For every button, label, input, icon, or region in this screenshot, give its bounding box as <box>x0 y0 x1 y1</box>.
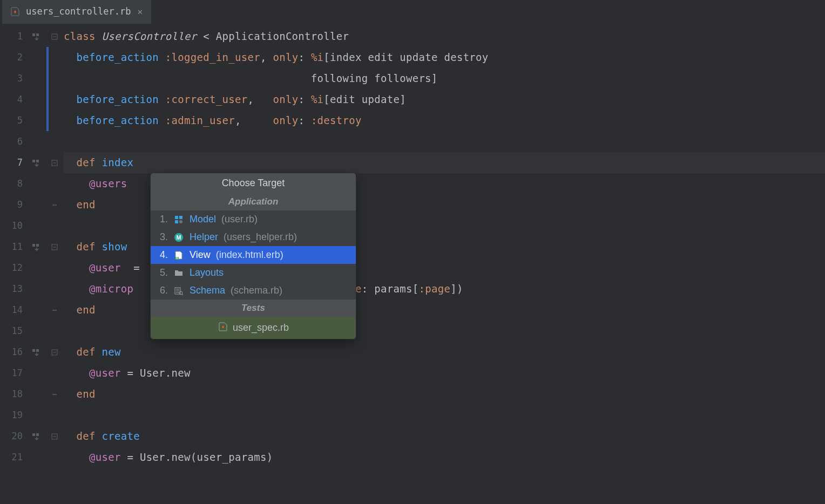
fold-column <box>49 24 60 504</box>
popup-title: Choose Target <box>151 173 356 193</box>
gutter-marker <box>27 110 46 131</box>
code-line[interactable] <box>64 131 825 152</box>
line-number[interactable]: 6 <box>0 131 27 152</box>
code-line[interactable]: following followers] <box>64 68 825 89</box>
code-line[interactable]: before_action :admin_user, only: :destro… <box>64 110 825 131</box>
svg-rect-9 <box>36 433 39 436</box>
popup-section-application: Application <box>151 193 356 210</box>
fold-toggle <box>49 68 60 89</box>
line-number[interactable]: 9 <box>0 194 27 215</box>
fold-toggle[interactable] <box>49 152 60 173</box>
gutter-marker[interactable] <box>27 426 46 447</box>
svg-rect-15 <box>175 216 178 219</box>
fold-toggle[interactable] <box>49 236 60 257</box>
line-number[interactable]: 2 <box>0 47 27 68</box>
popup-item-view[interactable]: 4.RView (index.html.erb) <box>151 246 356 264</box>
gutter-marker[interactable] <box>27 342 46 363</box>
gutter-marker <box>27 47 46 68</box>
line-number[interactable]: 5 <box>0 110 27 131</box>
popup-item-layouts[interactable]: 5.Layouts <box>151 264 356 282</box>
line-number[interactable]: 21 <box>0 447 27 468</box>
line-number[interactable]: 15 <box>0 321 27 342</box>
line-number[interactable]: 4 <box>0 89 27 110</box>
code-line[interactable]: def create <box>64 426 825 447</box>
code-line[interactable] <box>64 405 825 426</box>
gutter-marker <box>27 278 46 299</box>
svg-rect-0 <box>32 33 35 36</box>
svg-rect-4 <box>32 244 35 247</box>
popup-item-number: 1. <box>157 214 168 225</box>
tab-bar: users_controller.rb ✕ <box>0 0 825 24</box>
gutter-marker[interactable] <box>27 26 46 47</box>
fold-toggle[interactable] <box>49 426 60 447</box>
popup-item-helper[interactable]: 3.MHelper (users_helper.rb) <box>151 228 356 246</box>
fold-toggle[interactable] <box>49 194 60 215</box>
gutter-marker[interactable] <box>27 236 46 257</box>
line-number[interactable]: 3 <box>0 68 27 89</box>
ruby-spec-icon <box>218 321 228 335</box>
line-number[interactable]: 18 <box>0 384 27 405</box>
fold-toggle[interactable] <box>49 26 60 47</box>
line-number[interactable]: 11 <box>0 236 27 257</box>
popup-item-schema[interactable]: 6.Schema (schema.rb) <box>151 282 356 299</box>
line-number[interactable]: 19 <box>0 405 27 426</box>
line-number[interactable]: 10 <box>0 215 27 236</box>
popup-item-hint: (index.html.erb) <box>216 249 283 261</box>
line-number[interactable]: 12 <box>0 257 27 278</box>
gutter-marker <box>27 194 46 215</box>
line-number[interactable]: 8 <box>0 173 27 194</box>
fold-toggle <box>49 173 60 194</box>
popup-item-number: 3. <box>157 231 168 243</box>
popup-item-number: 4. <box>157 249 168 261</box>
fold-toggle <box>49 278 60 299</box>
close-tab-icon[interactable]: ✕ <box>136 5 144 18</box>
popup-test-item[interactable]: user_spec.rb <box>151 317 356 339</box>
svg-text:R: R <box>176 256 179 260</box>
gutter-marker <box>27 384 46 405</box>
fold-toggle <box>49 89 60 110</box>
gutter-marker <box>27 89 46 110</box>
fold-toggle[interactable] <box>49 299 60 321</box>
gutter-marker <box>27 131 46 152</box>
gutter-marker <box>27 215 46 236</box>
code-line[interactable]: def index <box>64 152 825 173</box>
code-line[interactable]: def new <box>64 342 825 363</box>
helper-icon: M <box>173 232 184 243</box>
gutter-marker <box>27 447 46 468</box>
schema-icon <box>173 285 184 296</box>
gutter-marker <box>27 68 46 89</box>
editor: 123456789101112131415161718192021 class … <box>0 24 825 504</box>
popup-item-label: Helper <box>190 231 218 243</box>
svg-rect-7 <box>36 349 39 352</box>
line-number[interactable]: 7 <box>0 152 27 173</box>
line-number[interactable]: 13 <box>0 278 27 299</box>
code-line[interactable]: @user = User.new <box>64 363 825 384</box>
line-number[interactable]: 1 <box>0 26 27 47</box>
fold-toggle <box>49 363 60 384</box>
gutter-marker <box>27 257 46 278</box>
fold-toggle[interactable] <box>49 384 60 405</box>
line-number[interactable]: 16 <box>0 342 27 363</box>
fold-toggle <box>49 110 60 131</box>
popup-item-model[interactable]: 1.Model (user.rb) <box>151 210 356 228</box>
gutter-marker <box>27 299 46 321</box>
fold-toggle <box>49 131 60 152</box>
line-number[interactable]: 17 <box>0 363 27 384</box>
ruby-file-icon <box>10 6 21 17</box>
code-line[interactable]: before_action :correct_user, only: %i[ed… <box>64 89 825 110</box>
svg-rect-3 <box>36 160 39 162</box>
popup-item-label: Model <box>190 214 216 225</box>
code-line[interactable]: @user = User.new(user_params) <box>64 447 825 468</box>
fold-toggle[interactable] <box>49 342 60 363</box>
gutter-marker[interactable] <box>27 152 46 173</box>
code-line[interactable]: class UsersController < ApplicationContr… <box>64 26 825 47</box>
popup-test-label: user_spec.rb <box>233 322 289 333</box>
line-number[interactable]: 20 <box>0 426 27 447</box>
line-number[interactable]: 14 <box>0 299 27 321</box>
fold-toggle <box>49 215 60 236</box>
file-tab[interactable]: users_controller.rb ✕ <box>2 0 151 24</box>
svg-rect-2 <box>32 160 35 162</box>
choose-target-popup: Choose Target Application 1.Model (user.… <box>150 173 356 339</box>
code-line[interactable]: before_action :logged_in_user, only: %i[… <box>64 47 825 68</box>
code-line[interactable]: end <box>64 384 825 405</box>
